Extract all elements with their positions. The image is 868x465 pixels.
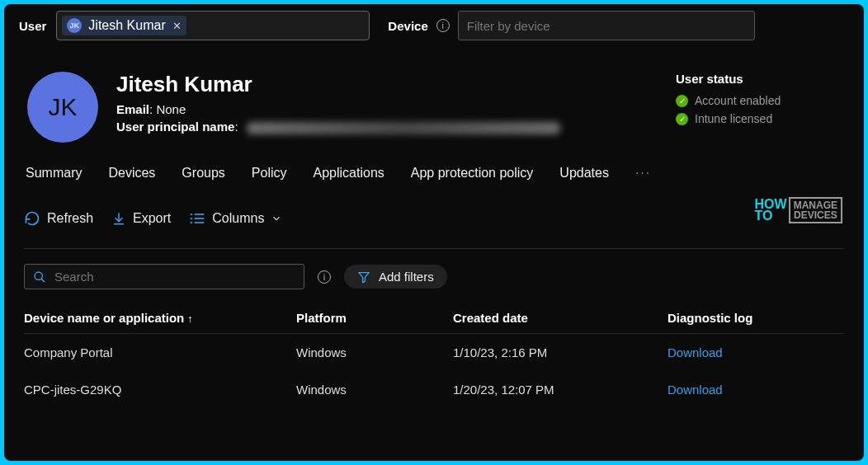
info-icon[interactable]: i xyxy=(318,270,331,284)
col-diag[interactable]: Diagnostic log xyxy=(668,311,844,325)
search-input-wrap[interactable] xyxy=(24,264,304,289)
tab-groups[interactable]: Groups xyxy=(180,161,226,186)
svg-point-8 xyxy=(35,272,42,279)
search-icon xyxy=(33,270,46,284)
export-button[interactable]: Export xyxy=(111,211,171,226)
col-platform[interactable]: Platform xyxy=(296,311,453,325)
wm-to: TO xyxy=(755,210,787,222)
device-label: Device xyxy=(388,19,427,33)
tab-policy[interactable]: Policy xyxy=(250,161,289,186)
user-filter-box[interactable]: JK Jitesh Kumar ✕ xyxy=(56,11,370,40)
wm-box: MANAGE DEVICES xyxy=(789,197,842,223)
tab-applications[interactable]: Applications xyxy=(312,161,386,186)
status-text: Account enabled xyxy=(695,94,781,107)
tab-app-protection[interactable]: App protection policy xyxy=(409,161,535,186)
device-section: Device i xyxy=(388,11,754,40)
add-filters-button[interactable]: Add filters xyxy=(344,265,447,289)
tab-summary[interactable]: Summary xyxy=(24,161,83,186)
profile-info: Jitesh Kumar Email: None User principal … xyxy=(116,72,658,138)
refresh-label: Refresh xyxy=(47,211,93,226)
search-row: i Add filters xyxy=(4,249,864,289)
refresh-icon xyxy=(24,210,40,227)
search-input[interactable] xyxy=(54,270,295,284)
tab-devices[interactable]: Devices xyxy=(106,161,157,186)
columns-button[interactable]: Columns xyxy=(189,211,282,226)
filter-icon xyxy=(357,270,370,284)
chip-name: Jitesh Kumar xyxy=(88,18,165,33)
user-label: User xyxy=(19,19,46,33)
user-status: User status ✓ Account enabled ✓ Intune l… xyxy=(676,72,841,130)
profile-header: JK Jitesh Kumar Email: None User princip… xyxy=(4,47,864,153)
info-icon[interactable]: i xyxy=(436,19,450,32)
status-item: ✓ Intune licensed xyxy=(676,112,841,125)
avatar: JK xyxy=(27,72,98,143)
svg-line-9 xyxy=(41,279,45,282)
tab-updates[interactable]: Updates xyxy=(558,161,611,186)
device-filter-input[interactable] xyxy=(458,11,755,40)
close-icon[interactable]: ✕ xyxy=(172,20,182,32)
status-text: Intune licensed xyxy=(695,112,772,125)
table-row: Company Portal Windows 1/10/23, 2:16 PM … xyxy=(24,334,844,371)
col-name[interactable]: Device name or application↑ xyxy=(24,311,296,325)
table-row: CPC-jites-G29KQ Windows 1/20/23, 12:07 P… xyxy=(24,371,844,408)
user-chip[interactable]: JK Jitesh Kumar ✕ xyxy=(62,16,186,35)
chip-avatar: JK xyxy=(67,18,82,33)
email-row: Email: None xyxy=(116,102,658,116)
check-icon: ✓ xyxy=(676,113,688,125)
cell-platform: Windows xyxy=(296,345,453,359)
chevron-down-icon xyxy=(271,213,282,224)
watermark: HOW TO MANAGE DEVICES xyxy=(755,197,842,223)
email-value: None xyxy=(156,102,186,116)
results-table: Device name or application↑ Platform Cre… xyxy=(24,311,844,408)
status-title: User status xyxy=(676,72,841,86)
add-filters-label: Add filters xyxy=(379,270,434,284)
download-link[interactable]: Download xyxy=(668,383,844,397)
status-item: ✓ Account enabled xyxy=(676,94,841,107)
app-frame: User JK Jitesh Kumar ✕ Device i JK Jites… xyxy=(4,4,864,461)
columns-label: Columns xyxy=(212,211,264,226)
download-icon xyxy=(111,211,126,226)
cell-name: Company Portal xyxy=(24,345,296,359)
cell-platform: Windows xyxy=(296,383,453,397)
refresh-button[interactable]: Refresh xyxy=(24,210,93,227)
tabs: Summary Devices Groups Policy Applicatio… xyxy=(4,153,864,186)
columns-icon xyxy=(189,212,205,225)
user-name: Jitesh Kumar xyxy=(116,72,658,97)
cell-created: 1/10/23, 2:16 PM xyxy=(453,345,668,359)
tab-overflow[interactable]: ··· xyxy=(634,161,653,186)
table-header: Device name or application↑ Platform Cre… xyxy=(24,311,844,334)
upn-label: User principal name xyxy=(116,120,234,134)
sort-asc-icon: ↑ xyxy=(187,312,193,325)
svg-marker-10 xyxy=(359,272,369,282)
upn-redacted xyxy=(247,122,560,134)
download-link[interactable]: Download xyxy=(668,345,844,359)
email-label: Email xyxy=(116,102,149,116)
command-bar: Refresh Export Columns HOW TO MANAGE DEV… xyxy=(4,186,864,235)
upn-row: User principal name: xyxy=(116,120,658,134)
cell-created: 1/20/23, 12:07 PM xyxy=(453,383,668,397)
topbar: User JK Jitesh Kumar ✕ Device i xyxy=(4,4,864,47)
col-created[interactable]: Created date xyxy=(453,311,668,325)
check-icon: ✓ xyxy=(676,95,688,107)
cell-name: CPC-jites-G29KQ xyxy=(24,383,296,397)
export-label: Export xyxy=(133,211,171,226)
